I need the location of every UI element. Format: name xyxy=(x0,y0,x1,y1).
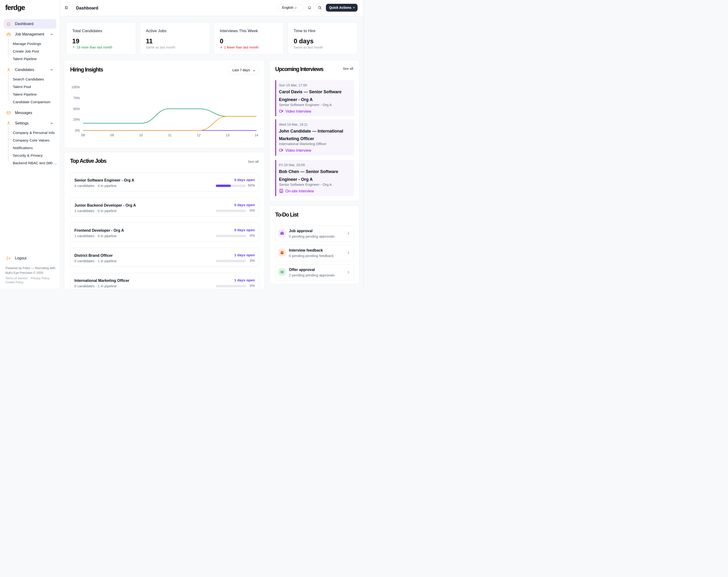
svg-text:0%: 0% xyxy=(75,129,80,132)
svg-text:10: 10 xyxy=(139,133,143,137)
svg-text:11: 11 xyxy=(168,133,172,137)
svg-text:25%: 25% xyxy=(73,118,80,121)
svg-text:13: 13 xyxy=(226,133,230,137)
svg-text:75%: 75% xyxy=(73,96,80,100)
svg-text:14: 14 xyxy=(255,133,258,137)
svg-text:12: 12 xyxy=(197,133,201,137)
svg-text:09: 09 xyxy=(110,133,114,137)
svg-text:50%: 50% xyxy=(73,107,80,111)
svg-text:08: 08 xyxy=(81,133,85,137)
svg-text:100%: 100% xyxy=(71,85,80,89)
